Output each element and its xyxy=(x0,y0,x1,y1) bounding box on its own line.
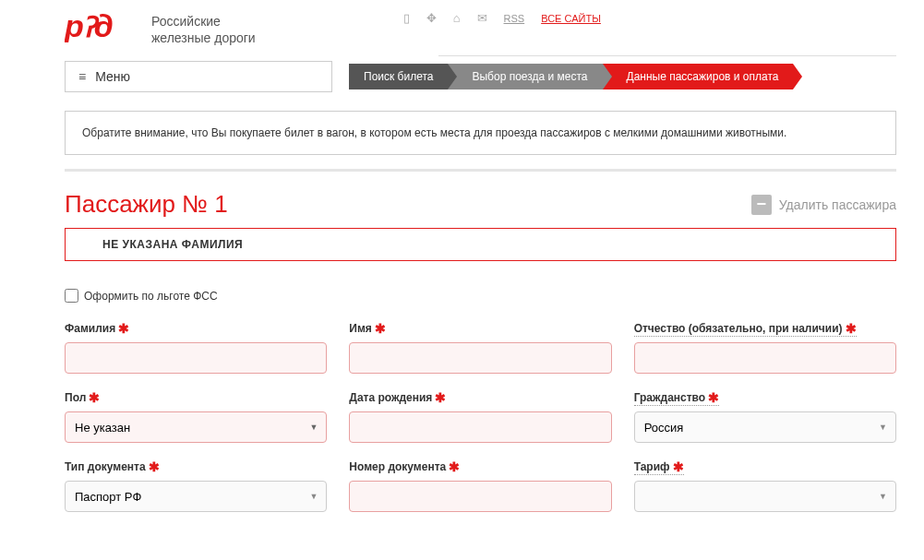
svg-text:pʔд: pʔд xyxy=(65,9,113,42)
passenger-header: Пассажир № 1 − Удалить пассажира xyxy=(65,190,896,219)
patronymic-label: Отчество (обязательно, при наличии)✱ xyxy=(634,321,857,337)
minus-icon: − xyxy=(751,195,772,215)
birthdate-input[interactable] xyxy=(349,411,611,443)
mail-icon[interactable]: ✉ xyxy=(477,11,487,25)
tariff-select[interactable] xyxy=(634,481,896,512)
required-asterisk: ✱ xyxy=(449,459,460,474)
surname-input[interactable] xyxy=(65,342,327,374)
citizenship-label: Гражданство✱ xyxy=(634,390,720,406)
rss-link[interactable]: RSS xyxy=(504,13,525,24)
fss-checkbox-row[interactable]: Оформить по льготе ФСС xyxy=(65,289,896,303)
menu-label: Меню xyxy=(95,69,130,84)
tariff-label: Тариф✱ xyxy=(634,459,684,475)
form-grid: Фамилия✱ Имя✱ Отчество (обязательно, при… xyxy=(65,321,896,512)
name-label: Имя✱ xyxy=(349,321,611,337)
top-utility-links: ▯ ✥ ⌂ ✉ RSS ВСЕ САЙТЫ xyxy=(403,9,601,25)
surname-label: Фамилия✱ xyxy=(65,321,327,337)
menu-button[interactable]: ≡ Меню xyxy=(65,61,332,92)
delete-passenger-label: Удалить пассажира xyxy=(779,197,896,212)
required-asterisk: ✱ xyxy=(375,321,386,336)
field-doctype: Тип документа✱ Паспорт РФ xyxy=(65,459,327,512)
mobile-icon[interactable]: ▯ xyxy=(403,11,410,25)
nav-row: ≡ Меню Поиск билета Выбор поезда и места… xyxy=(0,56,924,97)
delete-passenger-button[interactable]: − Удалить пассажира xyxy=(751,195,896,215)
citizenship-select[interactable]: Россия xyxy=(634,411,896,443)
all-sites-link[interactable]: ВСЕ САЙТЫ xyxy=(541,13,601,24)
docnum-input[interactable] xyxy=(349,481,611,512)
step-choose-train[interactable]: Выбор поезда и места xyxy=(448,64,602,89)
fss-checkbox-label: Оформить по льготе ФСС xyxy=(84,290,218,303)
expand-icon[interactable]: ✥ xyxy=(426,11,437,25)
field-citizenship: Гражданство✱ Россия xyxy=(634,390,896,443)
gender-label: Пол✱ xyxy=(65,390,327,406)
field-name: Имя✱ xyxy=(349,321,611,374)
required-asterisk: ✱ xyxy=(673,459,684,474)
passenger-form: Оформить по льготе ФСС Фамилия✱ Имя✱ xyxy=(65,289,896,512)
fss-checkbox[interactable] xyxy=(65,289,78,303)
gender-select[interactable]: Не указан xyxy=(65,411,327,443)
section-divider xyxy=(65,169,896,172)
step-search-ticket[interactable]: Поиск билета xyxy=(349,64,448,89)
rzd-logo: pʔд xyxy=(65,9,142,50)
hamburger-icon: ≡ xyxy=(78,69,86,84)
logo-area: pʔд Российские железные дороги xyxy=(65,9,256,50)
field-surname: Фамилия✱ xyxy=(65,321,327,374)
validation-error-bar: НЕ УКАЗАНА ФАМИЛИЯ xyxy=(65,228,896,261)
doctype-select[interactable]: Паспорт РФ xyxy=(65,481,327,512)
page-header: pʔд Российские железные дороги ▯ ✥ ⌂ ✉ R… xyxy=(0,0,924,59)
progress-steps: Поиск билета Выбор поезда и места Данные… xyxy=(349,64,793,89)
field-patronymic: Отчество (обязательно, при наличии)✱ xyxy=(634,321,896,374)
logo-tagline: Российские железные дороги xyxy=(151,13,256,46)
required-asterisk: ✱ xyxy=(435,390,446,405)
required-asterisk: ✱ xyxy=(149,459,160,474)
step-passenger-data[interactable]: Данные пассажиров и оплата xyxy=(603,64,794,89)
birthdate-label: Дата рождения✱ xyxy=(349,390,611,406)
field-tariff: Тариф✱ xyxy=(634,459,896,512)
required-asterisk: ✱ xyxy=(708,390,719,405)
required-asterisk: ✱ xyxy=(118,321,129,336)
required-asterisk: ✱ xyxy=(89,390,100,405)
doctype-label: Тип документа✱ xyxy=(65,459,327,475)
patronymic-input[interactable] xyxy=(634,342,896,374)
passenger-title: Пассажир № 1 xyxy=(65,190,228,219)
home-icon[interactable]: ⌂ xyxy=(453,11,461,25)
name-input[interactable] xyxy=(349,342,611,374)
required-asterisk: ✱ xyxy=(846,321,857,336)
notice-box: Обратите внимание, что Вы покупаете биле… xyxy=(65,111,896,155)
field-gender: Пол✱ Не указан xyxy=(65,390,327,443)
docnum-label: Номер документа✱ xyxy=(349,459,611,475)
field-birthdate: Дата рождения✱ xyxy=(349,390,611,443)
field-docnum: Номер документа✱ xyxy=(349,459,611,512)
